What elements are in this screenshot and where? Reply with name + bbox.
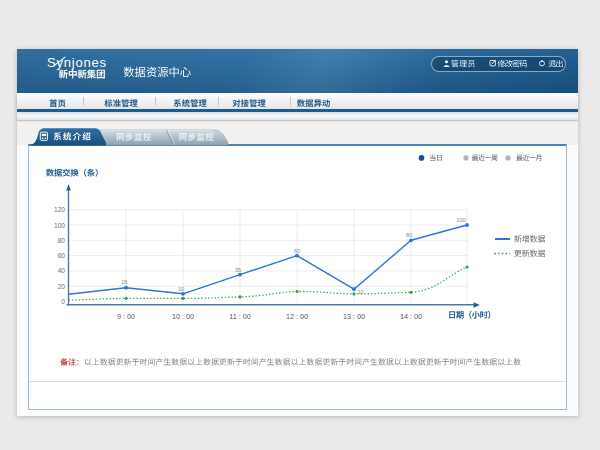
svg-text:18: 18 bbox=[121, 279, 127, 285]
svg-text:13 : 00: 13 : 00 bbox=[343, 312, 365, 321]
svg-text:100: 100 bbox=[456, 217, 465, 223]
svg-text:10: 10 bbox=[358, 289, 364, 295]
svg-text:80: 80 bbox=[406, 232, 412, 238]
svg-text:35: 35 bbox=[235, 267, 241, 273]
svg-text:20: 20 bbox=[58, 283, 66, 290]
svg-text:0: 0 bbox=[61, 298, 65, 305]
svg-text:10: 10 bbox=[178, 286, 184, 292]
svg-text:60: 60 bbox=[58, 252, 66, 259]
svg-text:10 : 00: 10 : 00 bbox=[172, 312, 194, 321]
svg-text:120: 120 bbox=[54, 206, 65, 213]
svg-text:12 : 00: 12 : 00 bbox=[286, 312, 308, 321]
svg-text:80: 80 bbox=[58, 237, 66, 244]
svg-text:60: 60 bbox=[294, 248, 300, 254]
svg-text:40: 40 bbox=[58, 267, 66, 274]
svg-text:100: 100 bbox=[54, 222, 65, 229]
svg-text:9 : 00: 9 : 00 bbox=[117, 312, 135, 321]
svg-text:14 : 00: 14 : 00 bbox=[400, 312, 422, 321]
svg-text:11 : 00: 11 : 00 bbox=[229, 312, 250, 321]
